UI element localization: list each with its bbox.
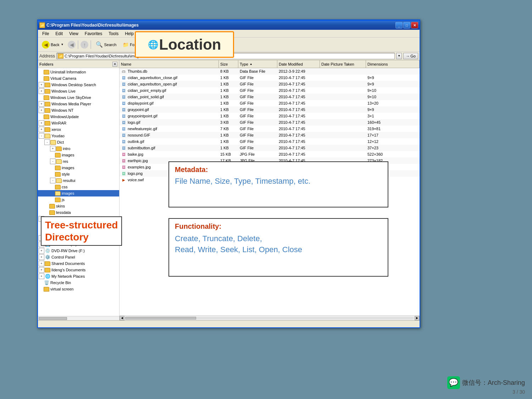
col-header-dimensions[interactable]: Dimensions [366, 60, 420, 68]
tree-item-winupdate[interactable]: WindowsUpdate [38, 113, 119, 120]
scroll-right-btn[interactable]: ▶ [415, 316, 420, 320]
expander[interactable]: + [39, 248, 44, 254]
left-panel-scrollbar[interactable] [38, 316, 119, 320]
back-button[interactable]: ◀ Back ▼ [39, 39, 66, 50]
scrollbar-thumb-h[interactable] [125, 317, 196, 320]
folder-icon [45, 127, 50, 132]
file-row-graypoint[interactable]: 🖼graypoint.gif 1 KB GIF File 2010-4-7 17… [120, 106, 420, 113]
tree-item-winrar[interactable]: +WinRAR [38, 120, 119, 126]
address-dropdown[interactable]: ▼ [396, 53, 402, 59]
tree-item-intro-images[interactable]: images [38, 152, 119, 158]
file-row-baike[interactable]: 🖼baike.jpg 15 KB JPG File 2010-4-7 17:45… [120, 151, 420, 157]
col-header-size[interactable]: Size [219, 60, 238, 68]
tree-item-winmediaplayer[interactable]: +Windows Media Player [38, 101, 119, 107]
folder-icon [45, 89, 50, 94]
expander[interactable]: + [39, 120, 44, 126]
expander[interactable]: - [50, 159, 56, 164]
file-row-nosound[interactable]: 🖼nosound.GIF 1 KB GIF File 2010-4-7 17:4… [120, 132, 420, 138]
tree-item-virtual-screen[interactable]: virtual screen [38, 286, 119, 292]
tree-item-youdao[interactable]: -Youdao [38, 133, 119, 139]
tree-item-js[interactable]: js [38, 196, 119, 203]
expander[interactable]: + [39, 127, 44, 132]
file-row-graypointpoint[interactable]: 🖼graypointpoint.gif 1 KB GIF File 2010-4… [120, 113, 420, 119]
file-row-aqurebutton-close[interactable]: 🖼cidian_aqurebutton_close.gif 1 KB GIF F… [120, 74, 420, 81]
tree-item-xerox[interactable]: +xerox [38, 126, 119, 133]
file-row-submitbutton[interactable]: 🖼submitbutton.gif 1 KB GIF File 2010-4-7… [120, 145, 420, 151]
scroll-left-btn[interactable]: ◀ [120, 316, 124, 320]
menu-favorites[interactable]: Favorites [82, 31, 105, 37]
tree-item-resultui[interactable]: -resultui [38, 177, 119, 184]
expander[interactable]: + [50, 146, 56, 151]
expander[interactable]: + [39, 261, 44, 266]
scrollbar-thumb[interactable] [39, 317, 67, 320]
folder-tree[interactable]: Uninstall Information Virtual Camera +Wi… [38, 68, 119, 316]
file-row-newfeaturepic[interactable]: 🖼newfeaturepic.gif 7 KB GIF File 2010-4-… [120, 126, 420, 132]
expander[interactable]: - [44, 139, 50, 145]
folder-icon [45, 102, 50, 106]
file-row-point-solid[interactable]: 🖼cidian_point_solid.gif 1 KB GIF File 20… [120, 94, 420, 100]
tree-item-recycle-bin[interactable]: 🗑️Recycle Bin [38, 279, 119, 286]
folder-icon [44, 70, 49, 74]
expander[interactable]: - [50, 178, 56, 183]
minimize-button[interactable]: _ [395, 22, 403, 28]
tree-item-uninstall[interactable]: Uninstall Information [38, 69, 119, 75]
folders-close-button[interactable]: ✕ [112, 62, 117, 67]
tree-item-res-style[interactable]: style [38, 171, 119, 177]
expander[interactable]: + [39, 273, 44, 279]
tree-item-shared-docs[interactable]: +Shared Documents [38, 260, 119, 267]
file-row-logo-gif[interactable]: 🖼logo.gif 3 KB GIF File 2010-4-7 17:45 1… [120, 119, 420, 126]
go-button[interactable]: → Go [403, 53, 418, 59]
expander[interactable]: - [39, 133, 44, 139]
expander[interactable]: + [39, 267, 44, 273]
up-button[interactable]: ↑ [81, 41, 88, 49]
file-icon-png: 🖼 [121, 171, 127, 176]
menu-file[interactable]: File [39, 31, 52, 37]
file-row-displaypoint[interactable]: 🖼displaypoint.gif 1 KB GIF File 2010-4-7… [120, 100, 420, 106]
tree-item-intro[interactable]: +intro [38, 145, 119, 152]
tree-item-dict[interactable]: -Dict [38, 139, 119, 145]
col-header-date-modified[interactable]: Date Modified [277, 60, 320, 68]
search-button[interactable]: 🔍 Search [93, 40, 119, 49]
go-arrow-icon: → [406, 54, 410, 58]
tree-item-control-panel[interactable]: +⚙️Control Panel [38, 254, 119, 260]
maximize-button[interactable]: □ [403, 22, 410, 28]
tree-item-winnt[interactable]: +Windows NT [38, 107, 119, 113]
right-panel-scrollbar-h[interactable]: ◀ ▶ [120, 315, 420, 320]
tree-item-css[interactable]: css [38, 184, 119, 190]
col-header-type[interactable]: Type ▲ [238, 60, 277, 68]
file-row-outlink[interactable]: 🖼outlink.gif 1 KB GIF File 2010-4-7 17:4… [120, 138, 420, 145]
folder-icon [55, 166, 61, 170]
tree-item-images-selected[interactable]: images [38, 190, 119, 196]
menu-edit[interactable]: Edit [52, 31, 66, 37]
col-header-date-taken[interactable]: Date Picture Taken [320, 60, 366, 68]
file-row-aqurebutton-open[interactable]: 🖼cidian_aqurebutton_open.gif 1 KB GIF Fi… [120, 81, 420, 87]
tree-item-virtualcamera[interactable]: Virtual Camera [38, 75, 119, 82]
close-button[interactable]: ✕ [411, 22, 418, 28]
tree-item-ideng-docs[interactable]: +lIdeng's Documents [38, 267, 119, 273]
file-row-thumbsdb[interactable]: 🗃Thumbs.db 8 KB Data Base File 2012-3-9 … [120, 68, 420, 74]
scrollbar-track[interactable] [125, 317, 414, 320]
menu-tools[interactable]: Tools [106, 31, 121, 37]
expander[interactable]: + [39, 88, 44, 94]
expander[interactable]: + [39, 101, 44, 107]
menu-view[interactable]: View [66, 31, 81, 37]
tree-item-tessdata[interactable]: tessdata [38, 209, 119, 216]
menu-help[interactable]: Help [122, 31, 137, 37]
tree-item-res[interactable]: -res [38, 158, 119, 165]
tree-item-windesktopsearch[interactable]: +Windows Desktop Search [38, 82, 119, 88]
expander[interactable]: + [39, 107, 44, 113]
expander[interactable]: + [39, 82, 44, 88]
tree-item-network-places[interactable]: +🌐My Network Places [38, 273, 119, 279]
forward-button[interactable]: ◀ [68, 41, 76, 49]
tree-item-dvdrw-f[interactable]: +💿DVD-RW Drive (F:) [38, 248, 119, 254]
tree-item-winlive[interactable]: +Windows Live [38, 88, 119, 94]
col-header-name[interactable]: Name [120, 60, 219, 68]
tree-item-winliveskydrive[interactable]: Windows Live SkyDrive [38, 94, 119, 101]
tree-item-skins[interactable]: skins [38, 203, 119, 209]
file-row-point-empty[interactable]: 🖼cidian_point_empty.gif 1 KB GIF File 20… [120, 87, 420, 94]
expander[interactable]: + [39, 254, 44, 260]
tree-item-res-images[interactable]: images [38, 165, 119, 171]
back-dropdown-arrow[interactable]: ▼ [60, 40, 64, 49]
folder-icon [55, 198, 61, 202]
func-title: Functionality: [175, 222, 382, 231]
